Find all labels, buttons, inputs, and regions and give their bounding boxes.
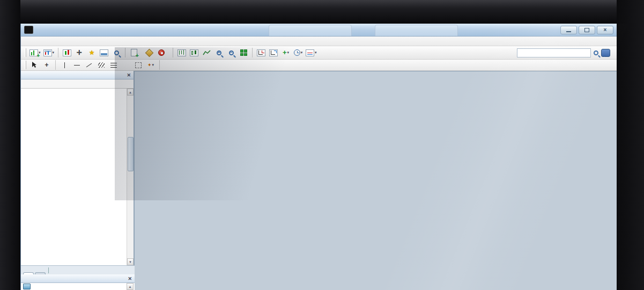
arrange-charts-icon[interactable] [255,47,267,59]
text-tool-icon[interactable] [120,60,132,71]
fibonacci-icon[interactable] [108,60,120,71]
toolbar-separator [173,48,173,57]
monitor-bezel-right [617,0,644,290]
navigator-scroll-up-icon[interactable]: ▲ [127,283,134,290]
templates-icon[interactable]: ▾ [305,47,318,59]
menu-bar [21,37,617,46]
account-icon [23,284,31,289]
app-icon [24,26,33,34]
toolbar-grip [25,61,26,69]
toolbar-separator [58,48,58,57]
mt4-window: × +▾ ▾ ✛ ★ + − +▾ ▾ ▾ [20,24,617,290]
periods-icon[interactable]: ▾ [292,47,304,59]
market-watch-scrollbar[interactable]: ▲ ▼ [127,89,134,265]
navigator-icon[interactable]: ★ [86,47,98,59]
community-icon[interactable] [601,49,610,57]
scroll-down-icon[interactable]: ▼ [127,258,134,265]
toolbar-grip [25,48,26,57]
title-bar[interactable]: × [21,24,617,37]
strategy-tester-icon[interactable] [110,47,122,59]
close-button[interactable]: × [597,26,613,34]
line-chart-icon[interactable] [201,47,212,59]
vertical-line-icon[interactable] [58,60,70,71]
profiles-icon[interactable]: ▾ [42,47,56,59]
trendline-icon[interactable] [83,60,95,71]
toolbar-separator [125,48,125,57]
zoom-out-icon[interactable]: − [225,47,237,59]
tab-divider [48,267,49,273]
tile-windows-icon[interactable] [238,47,249,59]
step-forward-icon[interactable] [268,47,279,59]
cursor-icon[interactable] [28,60,40,71]
background-browser-tab [269,25,352,36]
line-studies-toolbar: + ✦▾ [21,60,617,71]
close-icon[interactable]: ✕ [128,276,132,281]
toolbar-separator [55,60,56,70]
minimize-button[interactable] [560,26,577,34]
channel-icon[interactable] [95,60,107,71]
arrows-icon[interactable]: ✦▾ [145,60,157,71]
crosshair-icon[interactable]: + [41,60,53,71]
indicators-icon[interactable]: +▾ [280,47,292,59]
market-watch-panel: ✕ ▲ ▼ ✕ ▲ [21,71,135,290]
new-chart-icon[interactable]: +▾ [28,47,42,59]
maximize-button[interactable] [579,26,595,34]
monitor-bezel-top [0,0,644,24]
terminal-icon[interactable] [98,47,110,59]
metaeditor-icon[interactable] [143,47,155,59]
market-watch-rows [21,89,128,265]
market-watch-tabs [21,265,135,274]
navigator-header[interactable]: ✕ [21,274,135,283]
market-watch-icon[interactable] [61,47,73,59]
market-watch-column-headers[interactable] [21,79,134,89]
zoom-in-icon[interactable]: + [213,47,225,59]
new-order-icon[interactable] [128,47,140,59]
text-label-icon[interactable] [132,60,144,71]
chart-workspace [135,71,617,290]
scroll-up-icon[interactable]: ▲ [127,89,134,96]
autotrading-icon[interactable] [156,47,167,59]
close-icon[interactable]: ✕ [127,73,131,78]
search-input[interactable] [517,48,591,57]
monitor-bezel-left [0,0,20,290]
candlestick-chart-icon[interactable] [188,47,200,59]
standard-toolbar: +▾ ▾ ✛ ★ + − +▾ ▾ ▾ [21,46,617,60]
toolbar-separator [252,48,253,57]
market-watch-header[interactable]: ✕ [21,71,134,79]
background-browser-tab [375,25,458,36]
toolbar-separator [159,60,160,70]
search-icon[interactable] [594,50,598,55]
data-window-icon[interactable]: ✛ [73,47,85,59]
horizontal-line-icon[interactable] [71,60,83,71]
navigator-root-item[interactable] [21,283,135,290]
scrollbar-thumb[interactable] [128,137,134,171]
bar-chart-icon[interactable] [176,47,188,59]
